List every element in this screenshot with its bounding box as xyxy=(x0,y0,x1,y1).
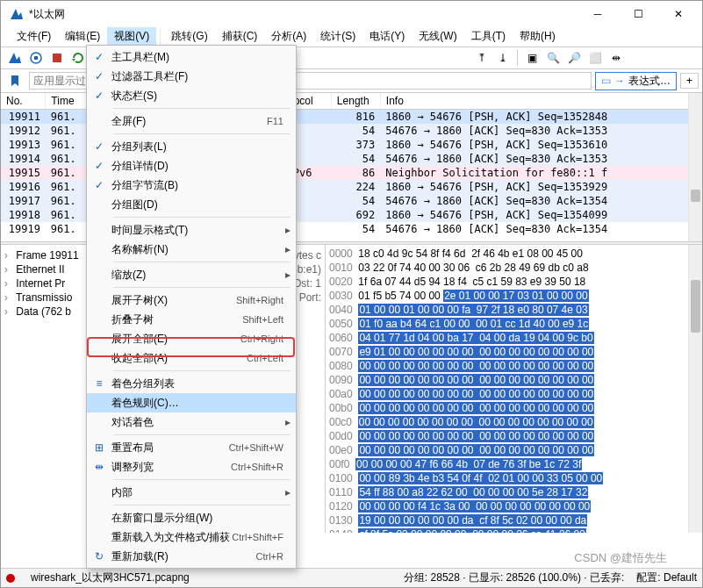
menu-label: 着色分组列表 xyxy=(111,376,296,391)
menu-item[interactable]: 折叠子树Shift+Left xyxy=(87,310,296,329)
menu-item[interactable]: ✓分组字节流(B) xyxy=(87,176,296,195)
menu-item[interactable]: 编辑(E) xyxy=(58,27,107,47)
app-logo-icon xyxy=(10,7,24,21)
menu-item[interactable]: 工具(T) xyxy=(464,27,513,47)
filter-bookmark-icon[interactable] xyxy=(5,71,25,90)
last-packet-icon[interactable]: ⤓ xyxy=(493,48,513,68)
column-header[interactable]: No. xyxy=(1,93,46,110)
hex-line[interactable]: 0080 00 00 00 00 00 00 00 00 00 00 00 00… xyxy=(329,359,699,373)
menu-item[interactable]: ✓过滤器工具栏(F) xyxy=(87,67,296,86)
capture-options-icon[interactable] xyxy=(26,48,46,68)
shortcut: Shift+Right xyxy=(236,295,296,305)
check-icon: ✓ xyxy=(87,179,111,191)
menu-item[interactable]: 捕获(C) xyxy=(215,27,265,47)
shortcut: Ctrl+Shift+W xyxy=(229,442,296,453)
menu-item[interactable]: 着色规则(C)… xyxy=(87,393,296,412)
hex-line[interactable]: 0130 19 00 00 00 00 00 00 da cf 8f 5c 02… xyxy=(329,513,699,527)
menu-item[interactable]: ✓主工具栏(M) xyxy=(87,47,296,67)
hex-line[interactable]: 0020 1f 6a 07 44 d5 94 18 f4 c5 c1 59 83… xyxy=(329,275,699,289)
hex-line[interactable]: 0000 18 c0 4d 9c 54 8f f4 6d 2f 46 4b e1… xyxy=(329,247,699,261)
hex-line[interactable]: 0070 e9 01 00 00 00 00 00 00 00 00 00 00… xyxy=(329,345,699,359)
menu-item[interactable]: 分析(A) xyxy=(264,27,313,47)
shark-fin-icon[interactable] xyxy=(5,48,25,68)
menu-item[interactable]: ✓分组列表(L) xyxy=(87,137,296,156)
status-profile[interactable]: 配置: Default xyxy=(636,570,697,585)
hex-line[interactable]: 0100 00 00 89 3b 4e b3 54 0f 4f 02 01 00… xyxy=(329,471,699,485)
expert-info-icon[interactable] xyxy=(6,574,15,583)
menu-item[interactable]: 时间显示格式(T)▸ xyxy=(87,220,296,240)
hex-line[interactable]: 00c0 00 00 00 00 00 00 00 00 00 00 00 00… xyxy=(329,415,699,429)
shortcut: Ctrl+Right xyxy=(240,333,296,344)
watermark: CSDN @建悟先生 xyxy=(574,550,667,566)
menu-item[interactable]: 跳转(G) xyxy=(164,27,214,47)
menu-item[interactable]: 统计(S) xyxy=(313,27,362,47)
submenu-arrow-icon: ▸ xyxy=(285,416,291,428)
packet-bytes-pane[interactable]: 0000 18 c0 4d 9c 54 8f f4 6d 2f 46 4b e1… xyxy=(326,245,702,533)
menu-item[interactable]: 内部▸ xyxy=(87,483,296,502)
hex-line[interactable]: 0050 01 f0 aa b4 64 c1 00 00 00 01 cc 1d… xyxy=(329,317,699,331)
menu-item[interactable]: 全屏(F)F11 xyxy=(87,111,296,131)
menu-label: 内部 xyxy=(111,485,296,500)
restart-capture-icon[interactable] xyxy=(68,48,88,68)
hex-line[interactable]: 0090 00 00 00 00 00 00 00 00 00 00 00 00… xyxy=(329,373,699,387)
hex-line[interactable]: 0140 cf 8f 5c 02 00 00 00 00 00 00 00 26… xyxy=(329,527,699,533)
menu-item[interactable]: ≡着色分组列表 xyxy=(87,374,296,393)
add-filter-button[interactable]: + xyxy=(680,73,699,89)
menu-item[interactable]: ⊞重置布局Ctrl+Shift+W xyxy=(87,438,296,457)
menu-label: 调整列宽 xyxy=(111,460,231,475)
hex-line[interactable]: 00b0 00 00 00 00 00 00 00 00 00 00 00 00… xyxy=(329,401,699,415)
menu-item[interactable]: 对话着色▸ xyxy=(87,412,296,432)
title-bar: *以太网 ─ ☐ ✕ xyxy=(1,1,702,27)
menu-item[interactable]: 分组图(D) xyxy=(87,195,296,214)
submenu-arrow-icon: ▸ xyxy=(285,269,291,281)
packet-list-scrollbar[interactable] xyxy=(688,93,702,241)
column-header[interactable]: Length xyxy=(331,93,380,110)
menu-item[interactable]: ✓分组详情(D) xyxy=(87,156,296,176)
hex-line[interactable]: 0010 03 22 0f 74 40 00 30 06 c6 2b 28 49… xyxy=(329,261,699,275)
menu-item[interactable]: 收起全部(A)Ctrl+Left xyxy=(87,348,296,368)
maximize-button[interactable]: ☐ xyxy=(618,2,658,26)
menu-item[interactable]: 无线(W) xyxy=(412,27,463,47)
menu-item[interactable]: 文件(F) xyxy=(10,27,58,47)
hex-line[interactable]: 00a0 00 00 00 00 00 00 00 00 00 00 00 00… xyxy=(329,387,699,401)
menu-item[interactable]: 视图(V) xyxy=(107,27,156,47)
hex-line[interactable]: 0030 01 f5 b5 74 00 00 2e 01 00 00 17 03… xyxy=(329,289,699,303)
menu-item[interactable]: 在新窗口显示分组(W) xyxy=(87,508,296,527)
hex-line[interactable]: 0120 00 00 00 00 f4 1c 3a 00 00 00 00 00… xyxy=(329,499,699,513)
zoom-reset-icon[interactable]: ⬜ xyxy=(585,48,605,68)
menu-item[interactable]: 帮助(H) xyxy=(513,27,563,47)
menu-item[interactable]: ✓状态栏(S) xyxy=(87,86,296,105)
check-icon: ✓ xyxy=(87,140,111,153)
menu-item[interactable]: 名称解析(N)▸ xyxy=(87,240,296,259)
menu-item[interactable]: ⇹调整列宽Ctrl+Shift+R xyxy=(87,457,296,477)
menu-label: 分组图(D) xyxy=(111,197,296,212)
menu-item[interactable]: ↻重新加载(R)Ctrl+R xyxy=(87,547,296,566)
hex-line[interactable]: 0060 04 01 77 1d 04 00 ba 17 04 00 da 19… xyxy=(329,331,699,345)
window-title: *以太网 xyxy=(29,7,577,22)
hex-line[interactable]: 00f0 00 00 00 00 47 f6 66 4b 07 de 76 3f… xyxy=(329,457,699,471)
menu-item[interactable]: 重新载入为文件格式/捕获Ctrl+Shift+F xyxy=(87,527,296,547)
hex-line[interactable]: 0110 54 ff 88 00 a8 22 62 00 00 00 00 00… xyxy=(329,485,699,499)
menu-label: 展开子树(X) xyxy=(111,293,236,308)
menu-item[interactable]: 展开子树(X)Shift+Right xyxy=(87,290,296,310)
status-file: wireshark_以太网3HC571.pcapng xyxy=(31,570,190,585)
hex-line[interactable]: 00e0 00 00 00 00 00 00 00 00 00 00 00 00… xyxy=(329,443,699,457)
resize-cols-icon[interactable]: ⇹ xyxy=(606,48,626,68)
expression-button[interactable]: ▭→表达式… xyxy=(595,72,677,90)
colorize-icon[interactable]: ▣ xyxy=(522,48,542,68)
menu-label: 分组字节流(B) xyxy=(111,178,296,193)
menu-label: 展开全部(E) xyxy=(111,332,240,347)
zoom-out-icon[interactable]: 🔎 xyxy=(564,48,584,68)
menu-item[interactable]: 缩放(Z)▸ xyxy=(87,265,296,284)
stop-capture-icon[interactable] xyxy=(47,48,67,68)
close-button[interactable]: ✕ xyxy=(658,2,699,26)
hex-line[interactable]: 0040 01 00 00 01 00 00 00 fa 97 2f 18 e0… xyxy=(329,303,699,317)
zoom-in-icon[interactable]: 🔍 xyxy=(543,48,563,68)
menu-item[interactable]: 电话(Y) xyxy=(362,27,412,47)
menu-item[interactable]: 展开全部(E)Ctrl+Right xyxy=(87,329,296,348)
hex-line[interactable]: 00d0 00 00 00 00 00 00 00 00 00 00 00 00… xyxy=(329,429,699,443)
first-packet-icon[interactable]: ⤒ xyxy=(472,48,491,68)
column-header[interactable]: Info xyxy=(380,93,701,110)
minimize-button[interactable]: ─ xyxy=(577,2,618,26)
menu-label: 时间显示格式(T) xyxy=(111,223,296,238)
